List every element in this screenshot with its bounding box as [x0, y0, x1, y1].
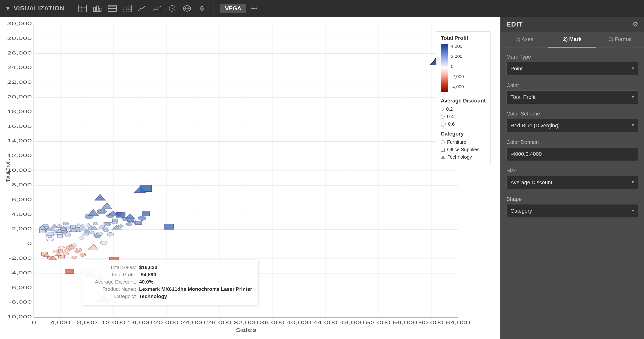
line-chart-icon[interactable]: [137, 3, 148, 14]
legend-avg-discount-02: 0.2: [441, 106, 486, 112]
svg-point-199: [75, 250, 80, 253]
color-select[interactable]: Total Profit: [506, 90, 638, 104]
svg-line-19: [172, 9, 174, 9]
size-select-wrapper: Average Discount: [506, 176, 638, 189]
svg-text:24,000: 24,000: [180, 320, 205, 325]
mark-type-field: Mark Type Point: [506, 54, 638, 76]
svg-rect-150: [57, 234, 62, 237]
tab-format[interactable]: 3) Format: [596, 32, 644, 48]
size-field: Size Average Discount: [506, 168, 638, 189]
legend-gradient-labels: 4,000 2,000 0 -2,000 -4,000: [451, 44, 464, 90]
svg-text:16,000: 16,000: [128, 320, 152, 325]
svg-point-194: [97, 232, 103, 235]
svg-text:Sales: Sales: [235, 327, 256, 333]
svg-rect-164: [164, 224, 174, 229]
svg-point-196: [58, 246, 64, 249]
toolbar-title: ▼ VISUALIZATION: [5, 5, 64, 12]
svg-text:52,000: 52,000: [366, 320, 390, 325]
settings-icon[interactable]: ⚙: [632, 20, 638, 28]
vega-button[interactable]: VEGA: [220, 4, 246, 13]
shape-select[interactable]: Category: [506, 204, 638, 218]
svg-rect-161: [136, 221, 142, 224]
shape-label: Shape: [506, 196, 638, 202]
circle-icon: [441, 140, 445, 144]
number-icon[interactable]: 6: [197, 3, 207, 14]
svg-text:40,000: 40,000: [286, 320, 311, 325]
svg-point-123: [100, 241, 107, 245]
toolbar-separator-2: [214, 4, 214, 13]
svg-point-192: [83, 233, 89, 236]
tooltip-product-name: Product Name: Lexmark MX611dhe Monochrom…: [88, 286, 252, 292]
svg-rect-0: [78, 5, 86, 12]
legend-circle-icon: [441, 122, 446, 127]
list-icon[interactable]: [107, 3, 118, 14]
svg-point-143: [97, 209, 106, 214]
square-icon: [441, 148, 445, 152]
svg-rect-11: [123, 5, 131, 12]
svg-text:-6,000: -6,000: [9, 285, 32, 290]
map-icon[interactable]: [182, 3, 192, 14]
svg-text:0: 0: [27, 241, 32, 246]
bar-chart-icon[interactable]: [92, 3, 103, 14]
chart-tooltip: Total Sales: $16,830 Total Profit: -$4,5…: [82, 260, 258, 305]
color-domain-field: Color Domain: [506, 139, 638, 161]
color-scheme-label: Color Scheme: [506, 111, 638, 117]
svg-rect-200: [66, 226, 70, 229]
svg-text:-8,000: -8,000: [9, 299, 32, 305]
legend-furniture: Furniture: [441, 139, 486, 145]
color-scheme-select[interactable]: Red Blue (Diverging): [506, 119, 638, 132]
tab-mark[interactable]: 2) Mark: [548, 32, 596, 48]
panel-header: EDIT ⚙: [500, 17, 644, 32]
toolbar: ▼ VISUALIZATION 6 VEGA •••: [0, 0, 644, 17]
svg-rect-165: [117, 213, 125, 217]
svg-rect-162: [142, 212, 150, 216]
svg-text:26,000: 26,000: [7, 50, 32, 56]
legend-office-supplies: Office Supplies: [441, 147, 486, 152]
toolbar-arrow[interactable]: ▼: [5, 5, 11, 12]
svg-rect-5: [96, 6, 98, 12]
shape-field: Shape Category: [506, 196, 638, 218]
svg-text:20,000: 20,000: [7, 94, 32, 100]
svg-text:8,000: 8,000: [12, 182, 32, 187]
svg-text:2,000: 2,000: [12, 226, 32, 231]
legend-avg-discount: Average Discount 0.2 0.4 0.6: [441, 98, 486, 127]
y-axis-label: Total Profit: [5, 17, 11, 324]
scatter-icon[interactable]: [122, 3, 132, 14]
svg-text:-4,000: -4,000: [9, 270, 32, 275]
size-label: Size: [506, 168, 638, 174]
svg-point-197: [64, 249, 70, 252]
tooltip-avg-discount: Average Discount: 40.0%: [88, 279, 252, 285]
tab-axes[interactable]: 1) Axes: [500, 32, 548, 48]
svg-text:64,000: 64,000: [446, 320, 470, 325]
svg-point-110: [57, 224, 62, 227]
svg-text:18,000: 18,000: [7, 109, 32, 114]
svg-text:0: 0: [32, 320, 36, 325]
main-layout: Total Profit: [0, 17, 644, 339]
svg-point-112: [63, 222, 69, 225]
svg-rect-201: [71, 229, 76, 232]
color-domain-input[interactable]: [506, 147, 638, 161]
panel-tabs: 1) Axes 2) Mark 3) Format: [500, 32, 644, 48]
size-select[interactable]: Average Discount: [506, 176, 638, 189]
more-options-button[interactable]: •••: [250, 5, 258, 12]
svg-text:24,000: 24,000: [7, 65, 32, 70]
chart-area: Total Profit: [0, 17, 500, 339]
area-chart-icon[interactable]: [152, 3, 162, 14]
svg-rect-146: [40, 229, 46, 233]
svg-rect-156: [66, 269, 74, 274]
tooltip-total-profit: Total Profit: -$4,590: [88, 272, 252, 277]
svg-point-198: [69, 245, 75, 249]
svg-text:44,000: 44,000: [313, 320, 338, 325]
legend-technology: Technology: [441, 154, 486, 160]
svg-text:30,000: 30,000: [7, 21, 32, 26]
svg-point-138: [126, 222, 132, 226]
panel-title: EDIT: [506, 21, 523, 28]
svg-text:28,000: 28,000: [207, 320, 232, 325]
svg-rect-159: [112, 219, 118, 222]
svg-text:36,000: 36,000: [260, 320, 284, 325]
svg-point-195: [103, 227, 108, 230]
mark-type-label: Mark Type: [506, 54, 638, 60]
table-icon[interactable]: [77, 3, 88, 14]
mark-type-select[interactable]: Point: [506, 62, 638, 76]
clock-icon[interactable]: [167, 3, 178, 14]
